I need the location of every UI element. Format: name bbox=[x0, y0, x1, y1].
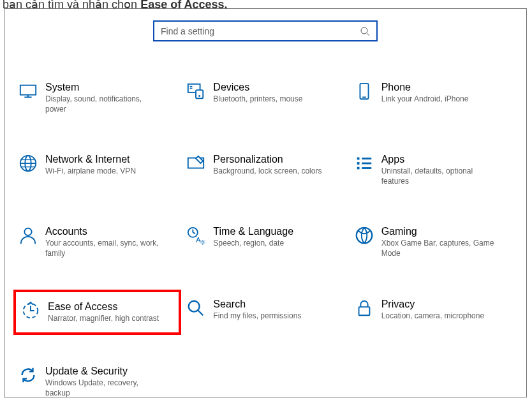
category-desc: Your accounts, email, sync, work, family bbox=[45, 239, 160, 258]
category-desc: Display, sound, notifications, power bbox=[45, 94, 160, 114]
phone-icon bbox=[353, 82, 375, 103]
category-time[interactable]: Time & LanguageSpeech, region, date bbox=[181, 217, 349, 267]
svg-point-0 bbox=[361, 27, 367, 34]
category-desc: Windows Update, recovery, backup bbox=[45, 378, 160, 398]
category-desc: Find my files, permissions bbox=[213, 311, 328, 322]
devices-icon bbox=[185, 82, 207, 103]
category-update[interactable]: Update & SecurityWindows Update, recover… bbox=[13, 357, 182, 400]
category-desc: Wi-Fi, airplane mode, VPN bbox=[45, 167, 160, 177]
search-box[interactable] bbox=[153, 20, 378, 41]
system-icon bbox=[17, 82, 39, 103]
ease-icon bbox=[20, 301, 41, 323]
category-network[interactable]: Network & InternetWi-Fi, airplane mode, … bbox=[13, 145, 181, 195]
category-title: Privacy bbox=[381, 299, 514, 310]
time-icon bbox=[185, 226, 207, 248]
category-title: Accounts bbox=[45, 226, 177, 237]
category-desc: Narrator, magnifier, high contrast bbox=[48, 314, 163, 324]
category-desc: Xbox Game Bar, captures, Game Mode bbox=[381, 239, 496, 258]
categories-grid: SystemDisplay, sound, notifications, pow… bbox=[4, 73, 526, 400]
category-desc: Background, lock screen, colors bbox=[213, 167, 328, 177]
category-apps[interactable]: AppsUninstall, defaults, optional featur… bbox=[350, 145, 517, 195]
gaming-icon bbox=[353, 226, 375, 248]
category-devices[interactable]: DevicesBluetooth, printers, mouse bbox=[181, 73, 349, 123]
network-icon bbox=[17, 154, 39, 175]
privacy-icon bbox=[353, 299, 375, 320]
category-search[interactable]: SearchFind my files, permissions bbox=[181, 290, 349, 336]
category-desc: Speech, region, date bbox=[213, 239, 328, 249]
category-title: Phone bbox=[381, 82, 514, 93]
category-title: Apps bbox=[381, 154, 514, 165]
category-title: Search bbox=[213, 299, 345, 310]
category-gaming[interactable]: GamingXbox Game Bar, captures, Game Mode bbox=[350, 217, 517, 267]
category-title: System bbox=[45, 82, 177, 93]
apps-icon bbox=[353, 154, 375, 175]
category-title: Ease of Access bbox=[48, 301, 175, 313]
category-title: Time & Language bbox=[213, 226, 345, 237]
category-title: Devices bbox=[213, 82, 345, 93]
search-icon bbox=[360, 26, 370, 36]
category-privacy[interactable]: PrivacyLocation, camera, microphone bbox=[350, 290, 517, 336]
category-desc: Location, camera, microphone bbox=[381, 311, 496, 322]
personalization-icon bbox=[185, 154, 207, 175]
update-icon bbox=[17, 366, 39, 387]
search-cat-icon bbox=[185, 299, 207, 320]
category-title: Gaming bbox=[381, 226, 514, 237]
category-title: Personalization bbox=[213, 154, 345, 165]
settings-window: SystemDisplay, sound, notifications, pow… bbox=[4, 8, 527, 397]
accounts-icon bbox=[17, 226, 39, 248]
category-desc: Bluetooth, printers, mouse bbox=[213, 94, 328, 105]
category-desc: Link your Android, iPhone bbox=[381, 94, 496, 105]
search-input[interactable] bbox=[161, 26, 360, 36]
category-accounts[interactable]: AccountsYour accounts, email, sync, work… bbox=[13, 217, 181, 267]
category-personal[interactable]: PersonalizationBackground, lock screen, … bbox=[181, 145, 349, 195]
category-title: Update & Security bbox=[45, 366, 178, 377]
svg-line-1 bbox=[367, 33, 369, 36]
category-phone[interactable]: PhoneLink your Android, iPhone bbox=[350, 73, 517, 123]
category-desc: Uninstall, defaults, optional features bbox=[381, 167, 496, 186]
category-ease[interactable]: Ease of AccessNarrator, magnifier, high … bbox=[13, 290, 181, 336]
category-system[interactable]: SystemDisplay, sound, notifications, pow… bbox=[13, 73, 181, 123]
category-title: Network & Internet bbox=[45, 154, 177, 165]
